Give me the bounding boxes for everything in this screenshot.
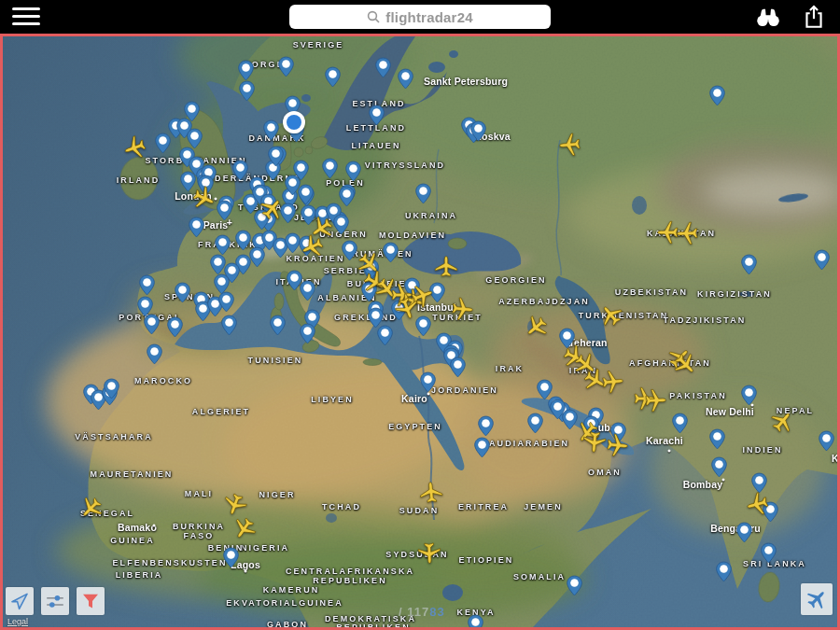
- map-watermark: / 11783: [399, 605, 445, 619]
- aircraft-icon[interactable]: [770, 410, 794, 434]
- aircraft-icon[interactable]: [395, 296, 419, 320]
- aircraft-icon[interactable]: [643, 388, 667, 413]
- legal-link[interactable]: Legal: [7, 617, 28, 626]
- map-settings-button[interactable]: [41, 587, 69, 615]
- map-canvas[interactable]: SVERIGENORGEESTLANDLETTLANDLITAUENVITRYS…: [0, 34, 840, 630]
- aircraft-icon[interactable]: [525, 315, 549, 339]
- locate-me-button[interactable]: [6, 587, 34, 615]
- aircraft-icon[interactable]: [605, 433, 629, 457]
- aircraft-icon[interactable]: [417, 540, 441, 565]
- funnel-icon: [79, 590, 102, 612]
- aircraft-icon[interactable]: [259, 197, 284, 221]
- search-input[interactable]: flightradar24: [289, 5, 551, 29]
- aircraft-icon[interactable]: [79, 496, 104, 520]
- aircraft-icon[interactable]: [191, 186, 216, 210]
- top-bar: flightradar24: [0, 0, 840, 34]
- aircraft-icon[interactable]: [673, 352, 697, 376]
- search-icon: [367, 10, 380, 23]
- aircraft-icon[interactable]: [600, 370, 624, 394]
- binoculars-icon: [752, 6, 784, 28]
- share-icon: [801, 4, 827, 30]
- watermark-blue: 83: [429, 605, 444, 619]
- aircraft-layer: [3, 36, 837, 627]
- aircraft-icon[interactable]: [676, 221, 700, 245]
- search-placeholder: flightradar24: [385, 9, 472, 25]
- aircraft-icon[interactable]: [434, 255, 458, 279]
- aircraft-icon[interactable]: [301, 234, 325, 259]
- sliders-icon: [44, 590, 66, 612]
- aircraft-icon[interactable]: [450, 297, 474, 321]
- aircraft-icon[interactable]: [746, 492, 770, 516]
- watermark-gray: / 117: [399, 605, 429, 619]
- aircraft-icon[interactable]: [123, 135, 147, 160]
- binoculars-button[interactable]: [752, 6, 784, 28]
- navigation-arrow-icon: [8, 590, 31, 612]
- airplane-icon: [801, 583, 833, 615]
- aircraft-icon[interactable]: [582, 429, 607, 454]
- aircraft-icon[interactable]: [599, 303, 623, 328]
- filter-button[interactable]: [77, 587, 105, 615]
- share-button[interactable]: [801, 4, 827, 30]
- aircraft-list-button[interactable]: [801, 583, 833, 615]
- aircraft-icon[interactable]: [232, 516, 257, 540]
- aircraft-icon[interactable]: [558, 133, 582, 157]
- menu-button[interactable]: [12, 7, 42, 28]
- aircraft-icon[interactable]: [419, 481, 443, 505]
